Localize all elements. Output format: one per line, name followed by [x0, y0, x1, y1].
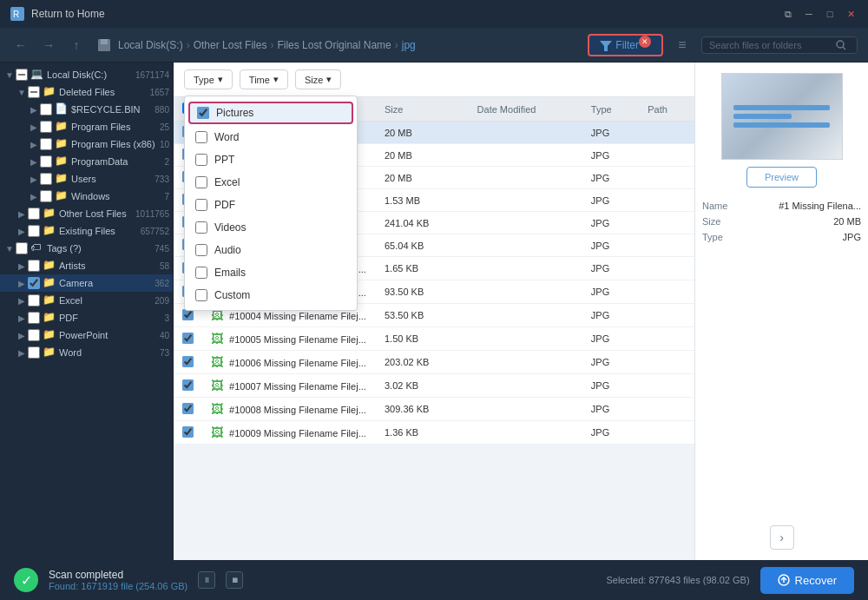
expand-icon: ▼ — [3, 70, 16, 80]
sidebar-checkbox-ppt[interactable] — [28, 329, 40, 341]
dropdown-pdf[interactable]: PDF — [185, 194, 357, 216]
sidebar-checkbox-existing[interactable] — [28, 225, 40, 237]
recover-button[interactable]: Recover — [760, 567, 854, 594]
sidebar-item-excel[interactable]: ▶ 📁 Excel 209 — [0, 292, 173, 309]
expand-icon: ▶ — [28, 157, 40, 167]
sidebar-checkbox-deleted[interactable] — [28, 86, 40, 98]
search-input[interactable] — [709, 40, 831, 50]
table-row[interactable]: 🖼 #10006 Missing Filename Filej... 203.0… — [174, 351, 694, 374]
sidebar-item-artists[interactable]: ▶ 📁 Artists 58 — [0, 257, 173, 274]
status-right: Selected: 877643 files (98.02 GB) Recove… — [606, 567, 854, 594]
sidebar-checkbox-local-disk[interactable] — [16, 69, 28, 81]
table-row[interactable]: 🖼 #10008 Missing Filename Filej... 309.3… — [174, 398, 694, 421]
excel-checkbox[interactable] — [195, 176, 207, 188]
sidebar-item-camera[interactable]: ▶ 📁 Camera 362 — [0, 274, 173, 292]
emails-checkbox[interactable] — [195, 267, 207, 279]
size-filter[interactable]: Size ▾ — [295, 69, 341, 89]
disk-icon: 💻 — [30, 68, 44, 82]
sidebar-item-other-lost[interactable]: ▶ 📁 Other Lost Files 1011765 — [0, 205, 173, 222]
sidebar-item-pdf[interactable]: ▶ 📁 PDF 3 — [0, 309, 173, 326]
folder-icon: 📁 — [43, 85, 56, 99]
tag-icon: 🏷 — [30, 241, 44, 255]
pdf-checkbox[interactable] — [195, 199, 207, 211]
minimize-btn[interactable]: ─ — [802, 7, 816, 21]
sidebar-item-local-disk[interactable]: ▼ 💻 Local Disk(C:) 1671174 — [0, 66, 173, 83]
sidebar-checkbox-word[interactable] — [28, 346, 40, 359]
time-filter[interactable]: Time ▾ — [240, 69, 288, 89]
folder-icon: 📁 — [43, 259, 56, 273]
forward-btn[interactable]: → — [38, 35, 59, 56]
up-btn[interactable]: ↑ — [66, 35, 87, 56]
sidebar-item-program-files-x86[interactable]: ▶ 📁 Program Files (x86) 10 — [0, 135, 173, 153]
sidebar-checkbox-camera[interactable] — [28, 277, 40, 289]
sidebar-checkbox-pdf[interactable] — [28, 312, 40, 324]
sidebar-item-users[interactable]: ▶ 📁 Users 733 — [0, 170, 173, 188]
app-icon: R — [10, 7, 24, 21]
dropdown-custom[interactable]: Custom — [185, 284, 357, 307]
back-btn[interactable]: ← — [10, 35, 31, 56]
table-row[interactable]: 🖼 #10005 Missing Filename Filej... 1.50 … — [174, 327, 694, 351]
sidebar-checkbox-recycle[interactable] — [40, 103, 52, 115]
table-row[interactable]: 🖼 #10009 Missing Filename Filej... 1.36 … — [174, 421, 694, 445]
sidebar-count-other: 1011765 — [135, 209, 169, 219]
menu-button[interactable]: ≡ — [670, 33, 694, 57]
col-date[interactable]: Date Modified — [469, 97, 582, 122]
sidebar-item-program-files[interactable]: ▶ 📁 Program Files 25 — [0, 118, 173, 135]
sidebar-item-tags[interactable]: ▼ 🏷 Tags (?) 745 — [0, 240, 173, 257]
sidebar-item-existing[interactable]: ▶ 📁 Existing Files 657752 — [0, 222, 173, 240]
preview-button[interactable]: Preview — [746, 167, 817, 188]
sidebar-count-tags: 745 — [155, 244, 169, 254]
type-filter[interactable]: Type ▾ — [184, 69, 233, 89]
emails-label: Emails — [214, 267, 246, 279]
close-btn[interactable]: ✕ — [844, 7, 858, 21]
sidebar-checkbox-pd[interactable] — [40, 155, 52, 168]
scan-complete-icon: ✓ — [14, 568, 38, 592]
pause-button[interactable]: ⏸ — [198, 571, 215, 589]
dropdown-ppt[interactable]: PPT — [185, 148, 357, 171]
sidebar-checkbox-windows[interactable] — [40, 190, 52, 202]
breadcrumb-disk[interactable]: Local Disk(S:) — [118, 39, 183, 51]
sidebar-item-word[interactable]: ▶ 📁 Word 73 — [0, 344, 173, 361]
col-type[interactable]: Type — [582, 97, 639, 122]
sidebar-checkbox-pf[interactable] — [40, 121, 52, 133]
sidebar-checkbox-tags[interactable] — [16, 242, 28, 254]
dropdown-emails[interactable]: Emails — [185, 261, 357, 284]
breadcrumb-jpg[interactable]: jpg — [402, 39, 416, 51]
col-path[interactable]: Path — [639, 97, 694, 122]
stop-button[interactable]: ⏹ — [226, 571, 243, 589]
next-arrow[interactable]: › — [770, 525, 794, 550]
videos-checkbox[interactable] — [195, 221, 207, 234]
sidebar-item-deleted-files[interactable]: ▼ 📁 Deleted Files 1657 — [0, 83, 173, 101]
sidebar-checkbox-pf86[interactable] — [40, 138, 52, 150]
audio-checkbox[interactable] — [195, 244, 207, 256]
filter-button[interactable]: Filter ✕ — [588, 34, 663, 56]
col-size[interactable]: Size — [376, 97, 469, 122]
custom-checkbox[interactable] — [195, 289, 207, 301]
sidebar-checkbox-artists[interactable] — [28, 260, 40, 272]
sidebar-item-recycle[interactable]: ▶ 📄 $RECYCLE.BIN 880 — [0, 101, 173, 118]
table-row[interactable]: 🖼 #10007 Missing Filename Filej... 3.02 … — [174, 374, 694, 398]
sidebar-label-deleted: Deleted Files — [59, 87, 147, 97]
dropdown-word[interactable]: Word — [185, 126, 357, 148]
sidebar-checkbox-excel[interactable] — [28, 294, 40, 307]
pictures-checkbox[interactable] — [197, 107, 209, 119]
title-bar: R Return to Home ⧉ ─ □ ✕ — [0, 0, 868, 28]
breadcrumb-files-lost[interactable]: Files Lost Original Name — [277, 39, 391, 51]
word-checkbox[interactable] — [195, 131, 207, 143]
maximize-btn[interactable]: □ — [823, 7, 837, 21]
sidebar-checkbox-users[interactable] — [40, 173, 52, 185]
expand-icon: ▼ — [16, 88, 28, 97]
file-info: Name #1 Missing Filena... Size 20 MB Typ… — [702, 198, 861, 245]
dropdown-videos[interactable]: Videos — [185, 216, 357, 239]
restore-btn[interactable]: ⧉ — [781, 7, 795, 21]
dropdown-pictures[interactable]: Pictures — [188, 102, 353, 124]
sidebar-checkbox-other[interactable] — [28, 208, 40, 220]
dropdown-excel[interactable]: Excel — [185, 171, 357, 194]
breadcrumb-other-lost[interactable]: Other Lost Files — [194, 39, 267, 51]
sidebar-item-ppt[interactable]: ▶ 📁 PowerPoint 40 — [0, 326, 173, 344]
sidebar-item-windows[interactable]: ▶ 📁 Windows 7 — [0, 188, 173, 205]
sidebar-item-programdata[interactable]: ▶ 📁 ProgramData 2 — [0, 153, 173, 170]
ppt-checkbox[interactable] — [195, 154, 207, 166]
content-area: Type ▾ Time ▾ Size ▾ Pictures Word — [174, 63, 694, 560]
dropdown-audio[interactable]: Audio — [185, 239, 357, 261]
